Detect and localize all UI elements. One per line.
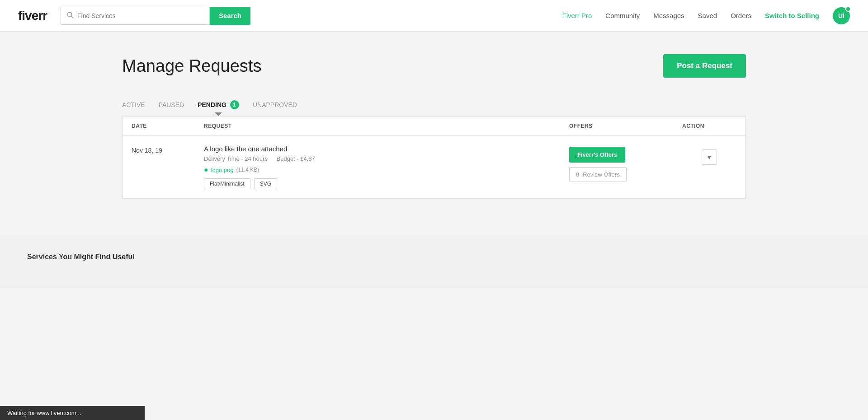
page-header: Manage Requests Post a Request [122,54,746,78]
review-offers-count: 0 [576,171,579,178]
search-icon [66,11,74,20]
nav-community[interactable]: Community [605,12,640,19]
avatar[interactable]: UI [833,7,850,24]
fiverr-offers-button[interactable]: Fiverr's Offers [569,147,625,163]
page-title: Manage Requests [122,56,261,76]
attachment-link[interactable]: logo.png [211,167,234,173]
main-content: Manage Requests Post a Request ACTIVE PA… [95,32,773,235]
search-input-wrapper [61,7,210,25]
pending-badge: 1 [230,100,239,109]
request-title: A logo like the one attached [204,145,560,153]
avatar-initials: UI [838,12,844,19]
row-request: A logo like the one attached Delivery Ti… [204,145,569,189]
delivery-time: Delivery Time - 24 hours [204,155,268,162]
col-offers: OFFERS [569,123,682,129]
budget: Budget - £4.87 [277,155,315,162]
tag-svg: SVG [254,178,277,189]
attachment: ● logo.png (11.4 KB) [204,166,560,174]
status-text: Waiting for www.fiverr.com... [7,410,81,416]
svg-line-1 [71,16,73,18]
attachment-size: (11.4 KB) [236,167,259,173]
tab-active[interactable]: ACTIVE [122,97,145,115]
table-header: DATE REQUEST OFFERS ACTION [123,117,745,136]
requests-table: DATE REQUEST OFFERS ACTION Nov 18, 19 A … [122,116,746,199]
tags: Flat/Minimalist SVG [204,178,560,189]
tabs: ACTIVE PAUSED PENDING 1 UNAPPROVED [122,96,746,116]
offers-cell: Fiverr's Offers 0 Review Offers [569,145,682,182]
tab-pending[interactable]: PENDING 1 [198,96,239,116]
col-date: DATE [132,123,204,129]
nav-right: Fiverr Pro Community Messages Saved Orde… [562,7,850,24]
avatar-notification-badge [845,6,851,12]
search-button[interactable]: Search [210,7,250,25]
nav-fiverr-pro[interactable]: Fiverr Pro [562,12,592,19]
review-offers-button[interactable]: 0 Review Offers [569,167,627,182]
attachment-icon: ● [204,166,208,174]
footer-section: Services You Might Find Useful [0,235,868,288]
table-row: Nov 18, 19 A logo like the one attached … [123,136,745,198]
header: fiverr Search Fiverr Pro Community Messa… [0,0,868,32]
nav-messages[interactable]: Messages [653,12,684,19]
footer-section-title: Services You Might Find Useful [27,253,841,261]
search-container: Search [61,7,250,25]
col-action: ACTION [682,123,736,129]
tab-paused[interactable]: PAUSED [159,97,184,115]
review-offers-label: Review Offers [583,171,619,178]
status-bar: Waiting for www.fiverr.com... [0,406,145,420]
request-meta: Delivery Time - 24 hours Budget - £4.87 [204,155,560,162]
chevron-down-icon: ▼ [706,154,712,161]
row-date: Nov 18, 19 [132,145,204,154]
nav-saved[interactable]: Saved [698,12,717,19]
action-dropdown-button[interactable]: ▼ [702,149,717,165]
search-input[interactable] [77,12,204,19]
action-cell: ▼ [682,145,736,165]
col-request: REQUEST [204,123,569,129]
logo: fiverr [18,9,47,23]
nav-orders[interactable]: Orders [731,12,751,19]
nav-switch-to-selling[interactable]: Switch to Selling [765,12,819,19]
post-request-button[interactable]: Post a Request [663,54,746,78]
tab-unapproved[interactable]: UNAPPROVED [253,97,297,115]
tag-flat-minimalist: Flat/Minimalist [204,178,250,189]
